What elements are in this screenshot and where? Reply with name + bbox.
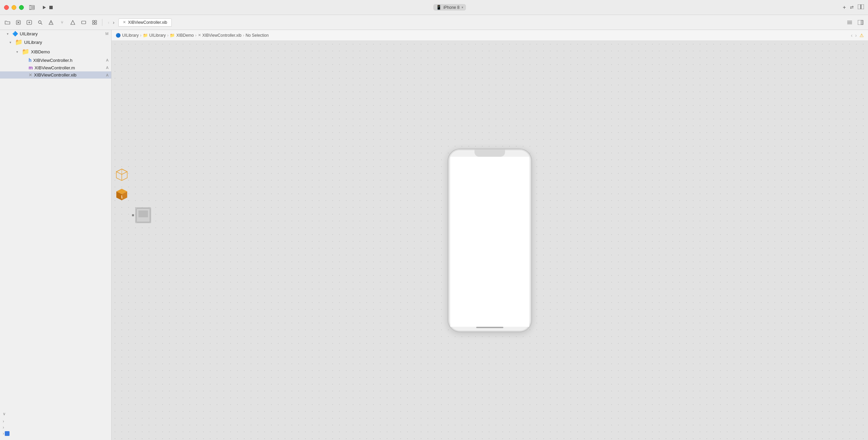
iphone-notch [474, 149, 505, 157]
chevron-down-icon: ▾ [462, 5, 463, 9]
play-button[interactable] [41, 5, 47, 10]
svg-rect-22 [93, 20, 94, 22]
svg-text:1: 1 [121, 195, 123, 199]
close-x-button[interactable] [14, 18, 23, 27]
inspector-button[interactable] [856, 18, 865, 27]
fullscreen-button[interactable] [19, 5, 24, 10]
sidebar-group-1[interactable]: › [3, 419, 108, 424]
breadcrumb-item-3[interactable]: XIBDemo [176, 33, 194, 38]
active-tab[interactable]: ✕ XIBViewController.xib [118, 18, 171, 27]
tab-xib-icon: ✕ [123, 20, 126, 24]
breadcrumb-sep-3: › [195, 33, 197, 38]
svg-rect-6 [49, 6, 53, 9]
sidebar-group-2[interactable]: › [3, 425, 108, 430]
rect-button[interactable] [79, 18, 88, 27]
toolbar-divider-1 [102, 19, 102, 26]
main-content: ▾ 🔷 UILibrary M ▾ 📁 UILibrary ▾ 📁 XIBDem… [0, 30, 868, 440]
sidebar-item-xibdemo[interactable]: ▾ 📁 XIBDemo [0, 47, 111, 56]
sidebar-group-3[interactable]: › [3, 431, 108, 436]
breadcrumb-sep-1: › [140, 33, 141, 38]
chevron-down-icon: ▾ [16, 50, 20, 54]
stop-button[interactable] [48, 5, 54, 10]
m-file-badge: A [106, 66, 108, 70]
svg-rect-7 [858, 4, 861, 9]
title-bar-right: + ⇄ [843, 4, 864, 11]
search-button[interactable] [35, 18, 45, 27]
sidebar-item-xib-file[interactable]: ▾ ✕ XIBViewController.xib A [0, 71, 111, 79]
breadcrumb-sep-2: › [167, 33, 168, 38]
toolbar: ⑂ ‹ › ✕ XIBViewController.xib [0, 15, 868, 30]
chevron-down-icon: ∨ [3, 411, 6, 416]
h-file-icon: h [29, 57, 32, 63]
sidebar-collapse-row[interactable]: ∨ [0, 409, 111, 418]
nav-arrows: ‹ › [106, 19, 116, 26]
chevron-down-icon: ▾ [7, 32, 11, 36]
breadcrumb-icon-folder2: 📁 [170, 33, 175, 38]
svg-marker-20 [71, 20, 75, 24]
add-target-button[interactable] [24, 18, 34, 27]
sidebar-tree: ▾ 🔷 UILibrary M ▾ 📁 UILibrary ▾ 📁 XIBDem… [0, 30, 111, 409]
canvas-area: 1 [112, 41, 868, 440]
vc-box [135, 207, 151, 223]
warning-button[interactable] [46, 18, 56, 27]
sidebar-label-xibdemo: XIBDemo [31, 49, 50, 54]
breadcrumb-icon-folder1: 📁 [143, 33, 148, 38]
vc-connector-dot [132, 214, 134, 216]
nav-back-button[interactable]: ‹ [106, 19, 111, 26]
title-bar-center: 📱 iPhone 8 ▾ [56, 4, 843, 11]
breadcrumb-item-4[interactable]: XIBViewController.xib [202, 33, 241, 38]
nav-forward-button[interactable]: › [112, 19, 116, 26]
breadcrumb-item-2[interactable]: UILibrary [149, 33, 166, 38]
breadcrumb-bar: 🔵 UILibrary › 📁 UILibrary › 📁 XIBDemo › … [112, 30, 868, 41]
sidebar-group-section: › › › [0, 418, 111, 440]
shape-button[interactable] [68, 18, 78, 27]
grid-button[interactable] [90, 18, 99, 27]
toolbar-right [845, 18, 865, 27]
svg-line-35 [116, 172, 122, 174]
iphone-mockup [448, 149, 532, 332]
chevron-down-icon: ▾ [10, 40, 14, 44]
sidebar-item-m-file[interactable]: ▾ m XIBViewController.m A [0, 64, 111, 71]
layout-button[interactable] [858, 4, 864, 10]
breadcrumb-back-button[interactable]: ‹ [851, 33, 853, 38]
breadcrumb-item-1[interactable]: UILibrary [122, 33, 139, 38]
close-button[interactable] [4, 5, 9, 10]
chevron-right-icon: › [3, 425, 4, 430]
warning-icon: ⚠ [859, 33, 864, 38]
tab-label: XIBViewController.xib [128, 20, 167, 25]
svg-rect-42 [138, 210, 148, 217]
cube-solid-object[interactable]: 1 [113, 186, 130, 203]
swap-button[interactable]: ⇄ [850, 5, 854, 10]
breadcrumb-forward-button[interactable]: › [855, 33, 857, 38]
device-label: iPhone 8 [444, 5, 460, 10]
traffic-lights [4, 5, 24, 10]
svg-point-19 [51, 23, 51, 24]
chevron-right-icon: › [3, 431, 4, 436]
breadcrumb-icon-project: 🔵 [116, 33, 121, 38]
cube-outline-object[interactable] [113, 167, 130, 184]
svg-rect-23 [95, 20, 97, 22]
svg-marker-5 [43, 6, 46, 9]
device-icon: 📱 [436, 5, 441, 10]
breadcrumb-icon-xib: ✕ [198, 33, 201, 37]
sidebar-item-uilib[interactable]: ▾ 📁 UILibrary [0, 37, 111, 47]
view-controller-object[interactable] [132, 207, 151, 223]
add-button[interactable]: + [843, 4, 846, 11]
objects-panel: 1 [112, 41, 132, 440]
folder-button[interactable] [3, 18, 12, 27]
minimize-button[interactable] [12, 5, 16, 10]
m-file-icon: m [29, 65, 33, 70]
svg-rect-30 [861, 20, 863, 25]
sidebar-root-item[interactable]: ▾ 🔷 UILibrary M [0, 30, 111, 37]
sidebar-toggle-icon[interactable] [29, 5, 35, 10]
svg-rect-24 [93, 23, 94, 24]
svg-line-36 [122, 172, 127, 174]
folder-icon: 📁 [22, 48, 29, 55]
device-selector[interactable]: 📱 iPhone 8 ▾ [433, 4, 466, 11]
sidebar-label-h-file: XIBViewController.h [33, 58, 72, 63]
sidebar-label-m-file: XIBViewController.m [34, 65, 75, 70]
git-button[interactable]: ⑂ [57, 18, 67, 27]
sidebar-item-h-file[interactable]: ▾ h XIBViewController.h A [0, 56, 111, 64]
editor-area: 🔵 UILibrary › 📁 UILibrary › 📁 XIBDemo › … [112, 30, 868, 440]
list-view-button[interactable] [845, 18, 854, 27]
